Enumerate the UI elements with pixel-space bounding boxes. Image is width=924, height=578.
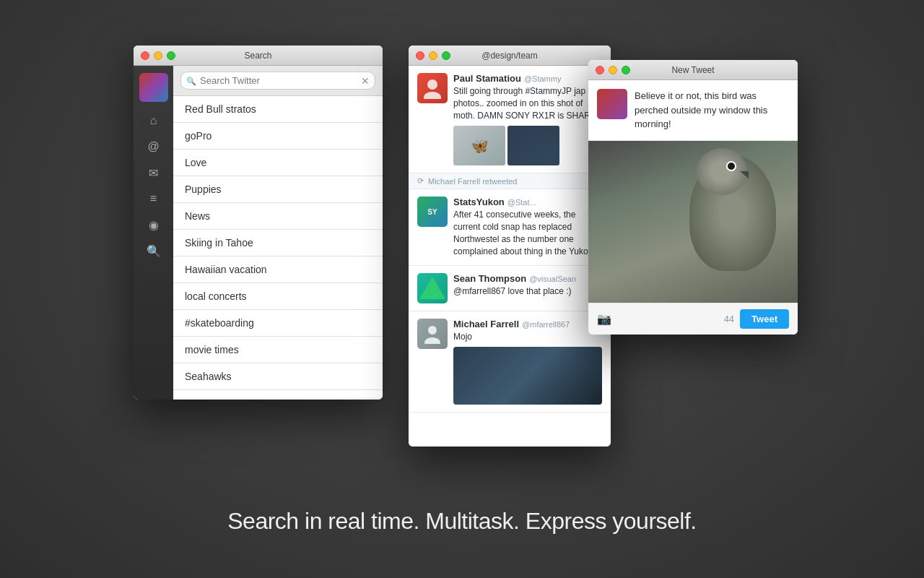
svg-point-2 xyxy=(428,326,437,335)
avatar-image xyxy=(417,73,448,103)
retweet-bar: ⟳ Michael Farrell retweeted xyxy=(409,173,611,189)
image-thumb: 🦋 xyxy=(453,126,505,165)
person-icon xyxy=(422,324,443,344)
parrot-eye xyxy=(726,161,736,171)
person-silhouette xyxy=(422,77,443,99)
list-item[interactable]: #skateboarding xyxy=(173,310,383,337)
search-window-title: Search xyxy=(244,51,271,61)
tweet-item: Michael Farrell @mfarrell867 19h Mojo xyxy=(409,311,611,413)
tweet-image-2 xyxy=(507,126,559,165)
parrot-beak xyxy=(740,171,749,178)
newtweet-avatar xyxy=(597,89,627,119)
list-item[interactable]: movie times xyxy=(173,337,383,363)
newtweet-compose-text[interactable]: Believe it or not, this bird was perched… xyxy=(635,89,789,131)
close-button[interactable] xyxy=(596,66,604,74)
newtweet-titlebar: New Tweet xyxy=(588,60,798,80)
search-magnifier-icon: 🔍 xyxy=(186,76,196,85)
traffic-lights-team[interactable] xyxy=(416,51,450,60)
list-item[interactable]: goPro xyxy=(173,123,383,150)
avatar[interactable] xyxy=(139,73,168,102)
list-item[interactable]: Love xyxy=(173,150,383,176)
tweet-item: Paul Stamatiou @Stammy Still going throu… xyxy=(409,66,611,173)
maximize-button[interactable] xyxy=(167,51,175,60)
newtweet-window: New Tweet Believe it or not, this bird w… xyxy=(588,60,798,335)
svg-point-0 xyxy=(427,79,437,90)
tweet-single-image xyxy=(453,347,602,405)
tweet-author-name: Michael Farrell xyxy=(453,319,519,329)
list-item[interactable]: Puppies xyxy=(173,176,383,203)
search-icon: 🔍 xyxy=(147,244,161,258)
tweet-body: StatsYukon @Stat... After 41 consecutive… xyxy=(453,197,602,257)
newtweet-body: Believe it or not, this bird was perched… xyxy=(588,80,798,335)
avatar-image: SY xyxy=(417,197,448,227)
svg-point-3 xyxy=(424,337,440,344)
tweet-user-row: Sean Thompson @visualSean xyxy=(453,273,602,284)
tweet-item: Sean Thompson @visualSean @mfarrell867 l… xyxy=(409,266,611,311)
minimize-button[interactable] xyxy=(429,51,437,60)
list-item[interactable]: News xyxy=(173,203,383,230)
tweet-header: SY StatsYukon @Stat... After 41 consecut… xyxy=(417,197,602,257)
search-input-wrap: 🔍 ✕ xyxy=(180,72,375,90)
tweet-text: Still going through #StammyJP jap photos… xyxy=(453,85,602,121)
list-item[interactable]: local concerts xyxy=(173,283,383,310)
search-suggestions-list: Red Bull stratos goPro Love Puppies News… xyxy=(173,96,383,397)
list-icon: ≡ xyxy=(150,192,157,205)
traffic-lights-newtweet[interactable] xyxy=(596,66,630,74)
maximize-button[interactable] xyxy=(442,51,450,60)
maximize-button[interactable] xyxy=(622,66,630,74)
home-icon: ⌂ xyxy=(150,114,157,127)
tweet-author-handle: @Stat... xyxy=(507,198,536,207)
tweet-user-row: Paul Stamatiou @Stammy xyxy=(453,73,602,84)
mail-icon: ✉ xyxy=(149,166,158,180)
minimize-button[interactable] xyxy=(609,66,617,74)
tweet-image-1: 🦋 xyxy=(453,126,505,165)
tweet-user-row: Michael Farrell @mfarrell867 19h xyxy=(453,319,602,329)
search-window: Search ⌂ @ ✉ ≡ ◉ 🔍 🔍 ✕ xyxy=(134,46,383,400)
retweet-icon: ⟳ xyxy=(417,176,424,186)
sidebar-item-mentions[interactable]: @ xyxy=(141,135,167,158)
traffic-lights-search[interactable] xyxy=(141,51,175,60)
camera-icon[interactable]: 📷 xyxy=(597,312,611,326)
list-item[interactable]: Hawaiian vacation xyxy=(173,256,383,283)
sidebar-item-profile[interactable]: ◉ xyxy=(141,213,167,236)
tweet-images: 🦋 xyxy=(453,126,602,165)
search-input[interactable] xyxy=(180,72,375,90)
triangle-icon xyxy=(419,277,445,299)
search-bar: 🔍 ✕ xyxy=(173,66,383,96)
team-window: @design/team Paul Stamatiou @Stammy xyxy=(409,46,611,447)
close-button[interactable] xyxy=(141,51,149,60)
avatar-image xyxy=(417,319,448,349)
tweet-body: Michael Farrell @mfarrell867 19h Mojo xyxy=(453,319,602,405)
list-item[interactable]: Seahawks xyxy=(173,363,383,390)
at-icon: @ xyxy=(147,140,159,153)
sidebar-item-search[interactable]: 🔍 xyxy=(141,239,167,262)
tweet-avatar-stats: SY xyxy=(417,197,448,227)
tweet-text: After 41 consecutive weeks, the current … xyxy=(453,209,602,257)
team-window-title: @design/team xyxy=(481,51,538,61)
avatar-image xyxy=(139,73,168,102)
sidebar-item-home[interactable]: ⌂ xyxy=(141,109,167,132)
search-titlebar: Search xyxy=(134,46,383,66)
list-item[interactable]: RIP Nelson Mandela xyxy=(173,390,383,397)
tweet-header: Michael Farrell @mfarrell867 19h Mojo xyxy=(417,319,602,405)
image-thumb xyxy=(507,126,559,165)
tweet-submit-button[interactable]: Tweet xyxy=(740,309,789,329)
newtweet-image-preview xyxy=(588,141,798,303)
close-button[interactable] xyxy=(416,51,424,60)
team-titlebar: @design/team xyxy=(409,46,611,66)
retweet-label: Michael Farrell retweeted xyxy=(428,177,518,186)
clear-search-icon[interactable]: ✕ xyxy=(361,75,370,87)
tagline: Search in real time. Multitask. Express … xyxy=(0,508,924,535)
tweet-text: @mfarrell867 love that place :) xyxy=(453,285,602,298)
newtweet-header: Believe it or not, this bird was perched… xyxy=(588,80,798,141)
list-item[interactable]: Red Bull stratos xyxy=(173,96,383,123)
tweet-avatar-mike xyxy=(417,319,448,349)
avatar-image xyxy=(417,273,448,303)
sidebar-item-lists[interactable]: ≡ xyxy=(141,187,167,210)
tweet-author-name: StatsYukon xyxy=(453,197,505,207)
tweet-user-row: StatsYukon @Stat... xyxy=(453,197,602,207)
minimize-button[interactable] xyxy=(154,51,162,60)
list-item[interactable]: Skiing in Tahoe xyxy=(173,230,383,256)
sidebar-item-messages[interactable]: ✉ xyxy=(141,161,167,184)
tweet-text: Mojo xyxy=(453,331,602,343)
